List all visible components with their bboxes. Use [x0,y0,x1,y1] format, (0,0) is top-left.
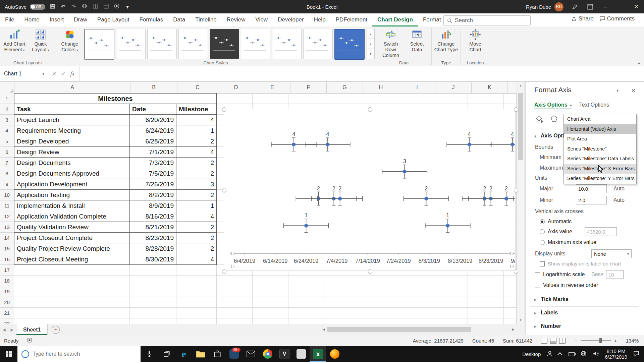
autosave-toggle[interactable]: Off [30,4,45,10]
axis-value-radio[interactable] [540,229,545,234]
cell[interactable] [253,93,288,104]
cell[interactable] [14,318,130,324]
cell[interactable]: Implementation & Install [14,200,130,211]
ribbon-tab-help[interactable]: Help [309,13,331,26]
section-number[interactable]: ▸ Number [534,323,561,329]
row-header-11[interactable]: 11 [0,200,14,211]
horizontal-scroll-thumb[interactable] [327,327,471,332]
cell[interactable] [396,318,432,324]
vivaldi-icon[interactable]: V [276,346,293,362]
axis-selection-handle[interactable] [510,265,513,268]
ribbon-tab-data[interactable]: Data [168,13,190,26]
row-header-18[interactable]: 18 [0,276,14,286]
dropdown-item-plot-area[interactable]: Plot Area [564,134,636,144]
cell[interactable]: Design Review [14,147,130,158]
qat-customize-chevron-icon[interactable]: ▾ [124,4,131,10]
cell[interactable]: 2 [176,168,217,179]
chart-selection-handle[interactable] [368,107,372,112]
dropdown-item-chart-area[interactable]: Chart Area [564,114,636,124]
cell[interactable] [468,276,504,286]
cell[interactable] [217,93,253,104]
cell[interactable]: 6/28/2019 [130,136,176,147]
add-chart-element-button[interactable]: Add ChartElement▾ [1,27,28,53]
zoom-in-button[interactable]: + [614,338,617,344]
row-header-19[interactable]: 19 [0,286,14,297]
cell[interactable] [360,318,396,324]
cell[interactable] [468,308,504,318]
notification-badged-app-icon[interactable]: 99+ [226,346,243,362]
switch-row-column-button[interactable]: Switch Row/Column [378,27,404,58]
cell[interactable] [360,93,396,104]
table-borders-icon[interactable] [92,4,99,10]
row-header-21[interactable]: 21 [0,308,14,318]
row-header-13[interactable]: 13 [0,222,14,233]
cell[interactable]: 8/28/2019 [130,243,176,254]
cell[interactable] [253,318,288,324]
chrome-icon[interactable] [259,346,276,362]
cell[interactable] [14,286,130,297]
data-point-marker[interactable] [468,143,471,146]
row-header-17[interactable]: 17 [0,265,14,276]
cell[interactable] [360,308,396,318]
cell[interactable] [504,93,517,104]
column-header-A[interactable]: A [14,82,130,94]
column-header-E[interactable]: E [254,82,290,94]
cell[interactable]: Milestones [14,93,217,104]
desktop-label[interactable]: Desktop [522,351,541,357]
cell[interactable]: 7/3/2019 [130,158,176,168]
cell[interactable] [432,308,468,318]
battery-icon[interactable] [569,352,575,356]
cell[interactable]: 4 [176,115,217,125]
data-label[interactable]: 2 [317,186,320,191]
chart-style-thumbnail-7[interactable] [272,29,302,59]
task-view-icon[interactable] [158,346,175,362]
column-header-B[interactable]: B [130,82,177,94]
formula-input[interactable] [79,66,644,81]
change-chart-type-button[interactable]: ChangeChart Type [433,27,459,53]
cell[interactable] [468,286,504,297]
ribbon-tab-formulas[interactable]: Formulas [134,13,168,26]
chart-style-thumbnail-1[interactable] [84,29,114,60]
cell[interactable] [324,308,360,318]
row-header-7[interactable]: 7 [0,158,14,168]
data-label[interactable]: 2 [332,186,335,191]
chart-selection-handle[interactable] [222,188,226,192]
cell[interactable]: Design Documents [14,158,130,168]
cell[interactable] [176,286,217,297]
cell[interactable] [176,318,217,324]
action-center-icon[interactable] [633,351,639,358]
cell[interactable]: Application Validation Complete [14,211,130,222]
cell[interactable]: 8/2/2019 [130,190,176,200]
zoom-level[interactable]: 134% [626,338,639,344]
cell[interactable] [130,286,176,297]
network-icon[interactable] [581,351,587,358]
cell[interactable] [432,276,468,286]
dropdown-item-series-milestone-[interactable]: Series "Milestone" [564,144,636,154]
row-header-2[interactable]: 2 [0,104,14,115]
change-colors-button[interactable]: ChangeColors▾ [57,27,83,53]
camera-icon[interactable] [113,3,120,10]
cell[interactable] [130,276,176,286]
cell[interactable]: Requirements Meeting [14,125,130,136]
column-header-F[interactable]: F [290,82,327,94]
cell[interactable]: Date [130,104,176,115]
cell[interactable] [288,93,324,104]
cancel-formula-icon[interactable]: ✕ [52,71,56,77]
cell[interactable] [288,276,324,286]
cell[interactable] [396,297,432,308]
ribbon-tab-developer[interactable]: Developer [273,13,309,26]
cell[interactable] [176,276,217,286]
cell[interactable] [14,265,130,276]
axis-selection-handle[interactable] [510,252,513,255]
cell[interactable] [176,265,217,276]
row-header-5[interactable]: 5 [0,136,14,147]
cell[interactable]: Project Closeout Meeting [14,254,130,265]
hyperlink-icon[interactable] [81,3,88,10]
excel-taskbar-icon[interactable]: x [310,346,326,362]
quick-layout-button[interactable]: QuickLayout▾ [28,27,54,53]
redo-icon[interactable]: ↷ [70,4,77,10]
cell[interactable] [14,276,130,286]
scroll-down-icon[interactable]: ▼ [517,316,524,324]
undo-icon[interactable]: ↶ [59,4,67,10]
cell[interactable] [217,286,253,297]
